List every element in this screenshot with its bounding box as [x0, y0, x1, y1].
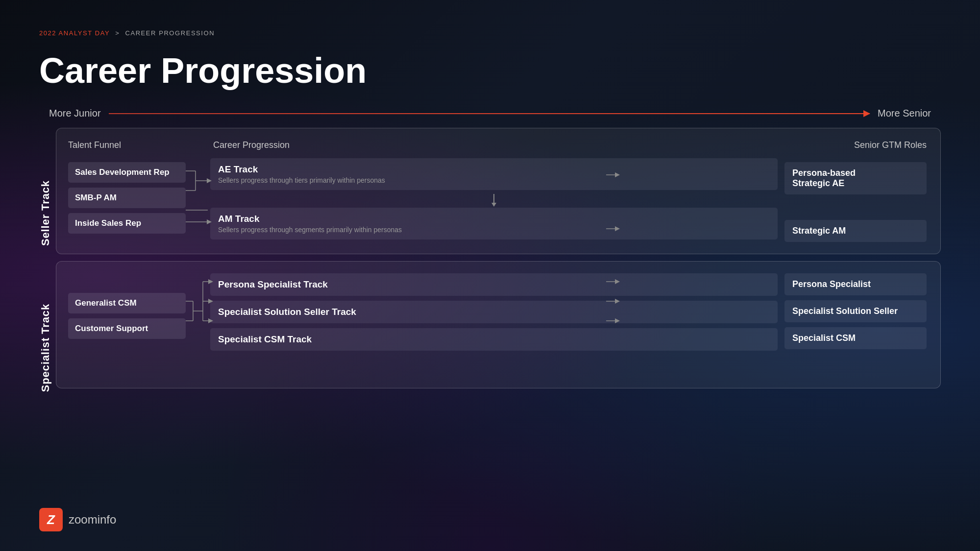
senior-role-ae: Persona-based Strategic AE — [784, 162, 927, 194]
senior-persona-specialist: Persona Specialist — [784, 273, 927, 295]
specialist-senior-roles: Persona Specialist Specialist Solution S… — [784, 273, 927, 349]
funnel-item-cs: Customer Support — [68, 318, 186, 339]
specialist-career-tracks: Persona Specialist Track Specialist Solu… — [186, 273, 784, 351]
am-track-title: AM Track — [218, 214, 770, 224]
track-labels: Seller Track Specialist Track — [39, 128, 52, 408]
funnel-item-csm: Generalist CSM — [68, 293, 186, 313]
ae-track-sub: Sellers progress through tiers primarily… — [218, 176, 770, 184]
ae-track-title: AE Track — [218, 164, 770, 175]
breadcrumb-year: 2022 ANALYST DAY — [39, 29, 110, 37]
seller-col-senior: Senior GTM Roles — [784, 140, 927, 150]
down-arrow — [210, 194, 778, 208]
axis-label-right: More Senior — [878, 108, 931, 119]
specialist-track-label: Specialist Track — [39, 304, 52, 392]
seller-senior-roles: Persona-based Strategic AE Strategic AM — [784, 158, 927, 242]
am-track-item: AM Track Sellers progress through segmen… — [210, 208, 778, 240]
logo-area: Z zoominfo — [39, 508, 116, 531]
solution-seller-track-item: Specialist Solution Seller Track — [210, 301, 778, 323]
logo-text: zoominfo — [69, 513, 116, 527]
breadcrumb-sep: > — [115, 29, 120, 37]
breadcrumb-page: CAREER PROGRESSION — [125, 29, 215, 37]
seller-col-headers: Talent Funnel Career Progression Senior … — [68, 140, 927, 150]
breadcrumb: 2022 ANALYST DAY > CAREER PROGRESSION — [39, 29, 941, 37]
axis-arrow — [109, 113, 870, 114]
seller-talent-funnel: Sales Development Rep SMB-P AM Inside Sa… — [68, 158, 186, 234]
funnel-item-smb: SMB-P AM — [68, 188, 186, 208]
axis-container: More Junior More Senior — [39, 108, 941, 119]
persona-specialist-track-title: Persona Specialist Track — [218, 279, 770, 290]
solution-seller-track-title: Specialist Solution Seller Track — [218, 307, 770, 317]
seller-label-container: Seller Track — [39, 152, 52, 274]
senior-solution-seller: Specialist Solution Seller — [784, 300, 927, 322]
seller-col-talent: Talent Funnel — [68, 140, 186, 150]
seller-career-tracks: AE Track Sellers progress through tiers … — [186, 158, 784, 240]
funnel-item-isr: Inside Sales Rep — [68, 213, 186, 234]
am-track-sub: Sellers progress through segments primar… — [218, 226, 770, 234]
svg-marker-1 — [491, 203, 496, 207]
senior-role-am: Strategic AM — [784, 220, 927, 242]
senior-specialist-csm: Specialist CSM — [784, 327, 927, 349]
main-diagram: Talent Funnel Career Progression Senior … — [56, 128, 941, 388]
seller-box: Talent Funnel Career Progression Senior … — [56, 128, 941, 254]
seller-track-label: Seller Track — [39, 180, 52, 246]
specialist-label-container: Specialist Track — [39, 287, 52, 408]
page-title: Career Progression — [39, 51, 941, 90]
specialist-talent-funnel: Generalist CSM Customer Support — [68, 273, 186, 339]
diagram-wrapper: Seller Track Specialist Track Talent Fun… — [39, 128, 941, 408]
funnel-item-sdr: Sales Development Rep — [68, 162, 186, 183]
specialist-csm-track-title: Specialist CSM Track — [218, 334, 770, 345]
specialist-csm-track-item: Specialist CSM Track — [210, 328, 778, 351]
persona-specialist-track-item: Persona Specialist Track — [210, 273, 778, 296]
specialist-box: Generalist CSM Customer Support Persona … — [56, 261, 941, 388]
seller-inner: Sales Development Rep SMB-P AM Inside Sa… — [68, 158, 927, 242]
logo-icon: Z — [39, 508, 63, 531]
page-content: 2022 ANALYST DAY > CAREER PROGRESSION Ca… — [0, 0, 980, 437]
axis-label-left: More Junior — [49, 108, 101, 119]
specialist-inner: Generalist CSM Customer Support Persona … — [68, 273, 927, 376]
ae-track-item: AE Track Sellers progress through tiers … — [210, 158, 778, 190]
down-arrow-svg — [489, 194, 499, 208]
seller-col-career: Career Progression — [186, 140, 784, 150]
